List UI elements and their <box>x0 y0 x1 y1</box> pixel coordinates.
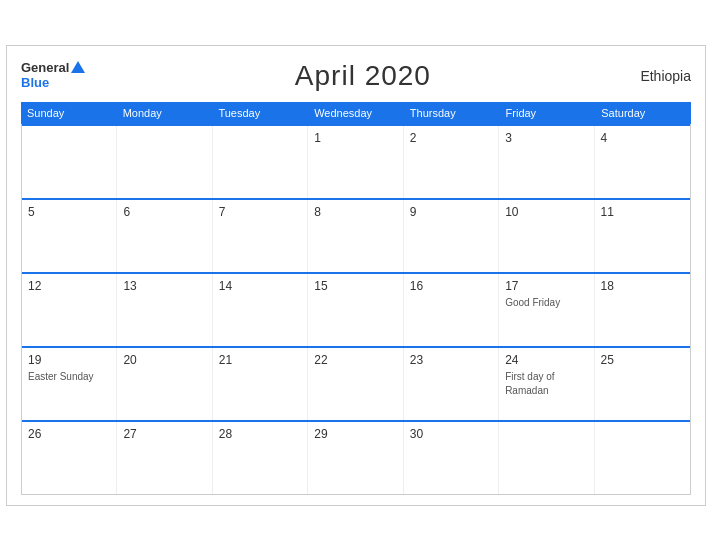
day-header-sunday: Sunday <box>21 102 117 124</box>
day-headers-row: SundayMondayTuesdayWednesdayThursdayFrid… <box>21 102 691 124</box>
day-number: 9 <box>410 205 492 219</box>
day-number: 10 <box>505 205 587 219</box>
day-number: 11 <box>601 205 684 219</box>
calendar-cell: 17Good Friday <box>499 274 594 346</box>
calendar-cell: 1 <box>308 126 403 198</box>
calendar-week-5: 2627282930 <box>22 420 690 494</box>
calendar-cell <box>499 422 594 494</box>
calendar-cell: 15 <box>308 274 403 346</box>
day-number: 30 <box>410 427 492 441</box>
day-number: 1 <box>314 131 396 145</box>
calendar-cell: 21 <box>213 348 308 420</box>
calendar-cell: 27 <box>117 422 212 494</box>
country-name: Ethiopia <box>640 68 691 84</box>
calendar-week-3: 121314151617Good Friday18 <box>22 272 690 346</box>
calendar-cell: 19Easter Sunday <box>22 348 117 420</box>
day-number: 4 <box>601 131 684 145</box>
calendar-cell: 3 <box>499 126 594 198</box>
day-number: 26 <box>28 427 110 441</box>
day-header-wednesday: Wednesday <box>308 102 404 124</box>
calendar-cell: 12 <box>22 274 117 346</box>
day-number: 14 <box>219 279 301 293</box>
day-number: 3 <box>505 131 587 145</box>
day-header-friday: Friday <box>500 102 596 124</box>
calendar-cell: 9 <box>404 200 499 272</box>
calendar-cell <box>117 126 212 198</box>
calendar-cell: 28 <box>213 422 308 494</box>
calendar-week-2: 567891011 <box>22 198 690 272</box>
calendar-cell: 10 <box>499 200 594 272</box>
day-number: 5 <box>28 205 110 219</box>
day-number: 8 <box>314 205 396 219</box>
calendar-cell <box>595 422 690 494</box>
calendar: General Blue April 2020 Ethiopia SundayM… <box>6 45 706 506</box>
calendar-cell: 13 <box>117 274 212 346</box>
logo-blue-text: Blue <box>21 76 85 90</box>
calendar-cell: 2 <box>404 126 499 198</box>
calendar-cell: 16 <box>404 274 499 346</box>
calendar-week-1: 1234 <box>22 124 690 198</box>
calendar-cell: 30 <box>404 422 499 494</box>
calendar-cell: 22 <box>308 348 403 420</box>
day-number: 29 <box>314 427 396 441</box>
calendar-cell: 6 <box>117 200 212 272</box>
day-number: 18 <box>601 279 684 293</box>
calendar-cell: 4 <box>595 126 690 198</box>
calendar-cell: 26 <box>22 422 117 494</box>
calendar-grid: 1234567891011121314151617Good Friday1819… <box>21 124 691 495</box>
calendar-cell: 20 <box>117 348 212 420</box>
calendar-cell: 24First day of Ramadan <box>499 348 594 420</box>
day-number: 7 <box>219 205 301 219</box>
day-number: 28 <box>219 427 301 441</box>
day-header-monday: Monday <box>117 102 213 124</box>
day-number: 2 <box>410 131 492 145</box>
calendar-cell: 18 <box>595 274 690 346</box>
calendar-title: April 2020 <box>295 60 431 92</box>
calendar-header: General Blue April 2020 Ethiopia <box>21 60 691 92</box>
logo: General Blue <box>21 61 85 90</box>
day-number: 6 <box>123 205 205 219</box>
logo-triangle-icon <box>71 61 85 73</box>
holiday-label: First day of Ramadan <box>505 371 554 396</box>
calendar-cell: 25 <box>595 348 690 420</box>
day-number: 25 <box>601 353 684 367</box>
calendar-cell: 23 <box>404 348 499 420</box>
calendar-cell: 11 <box>595 200 690 272</box>
calendar-cell: 7 <box>213 200 308 272</box>
logo-general-text: General <box>21 61 85 75</box>
holiday-label: Easter Sunday <box>28 371 94 382</box>
calendar-cell: 5 <box>22 200 117 272</box>
day-number: 17 <box>505 279 587 293</box>
day-number: 24 <box>505 353 587 367</box>
day-number: 20 <box>123 353 205 367</box>
calendar-cell: 8 <box>308 200 403 272</box>
day-header-thursday: Thursday <box>404 102 500 124</box>
day-number: 15 <box>314 279 396 293</box>
calendar-cell: 14 <box>213 274 308 346</box>
day-header-saturday: Saturday <box>595 102 691 124</box>
calendar-cell: 29 <box>308 422 403 494</box>
day-number: 16 <box>410 279 492 293</box>
day-number: 12 <box>28 279 110 293</box>
day-header-tuesday: Tuesday <box>212 102 308 124</box>
day-number: 22 <box>314 353 396 367</box>
day-number: 23 <box>410 353 492 367</box>
day-number: 21 <box>219 353 301 367</box>
day-number: 27 <box>123 427 205 441</box>
day-number: 19 <box>28 353 110 367</box>
calendar-week-4: 19Easter Sunday2021222324First day of Ra… <box>22 346 690 420</box>
day-number: 13 <box>123 279 205 293</box>
calendar-cell <box>22 126 117 198</box>
holiday-label: Good Friday <box>505 297 560 308</box>
calendar-cell <box>213 126 308 198</box>
